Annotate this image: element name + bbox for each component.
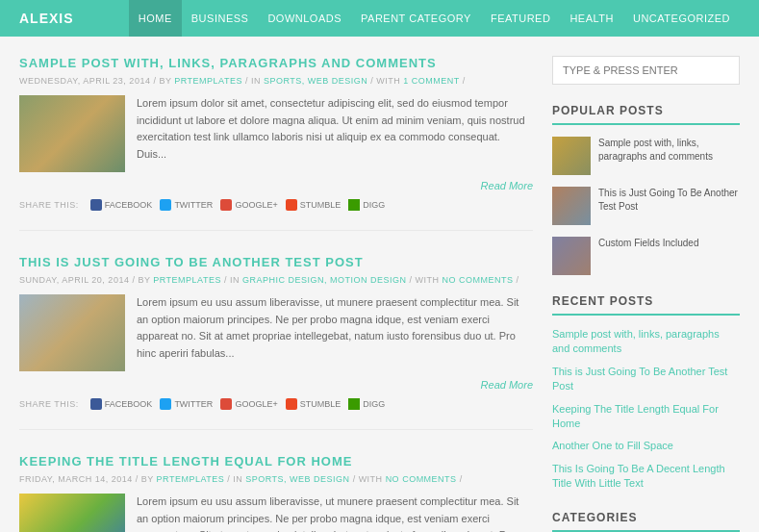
post-title[interactable]: THIS IS JUST GOING TO BE ANOTHER TEST PO… [19, 255, 533, 269]
share-label: SHARE THIS: [19, 200, 79, 210]
stumble-icon [286, 199, 297, 211]
post-post1: SAMPLE POST WITH, LINKS, PARAGRAPHS AND … [19, 56, 533, 231]
twitter-icon [160, 199, 171, 211]
site-title: ALEXIS [19, 11, 74, 26]
categories-section: CATEGORIES Graphic Design (3) [552, 511, 740, 532]
post-title[interactable]: SAMPLE POST WITH, LINKS, PARAGRAPHS AND … [19, 56, 533, 70]
post-meta: FRIDAY, MARCH 14, 2014 / BY PRTEMPLATES … [19, 474, 533, 484]
read-more: Read More [19, 180, 533, 191]
popular-thumb [552, 137, 591, 175]
post-excerpt: Lorem ipsum eu usu assum liberavisse, ut… [137, 494, 533, 532]
post-author[interactable]: PRTEMPLATES [174, 76, 242, 86]
digg-icon [348, 199, 360, 211]
popular-post-0: Sample post with, links, paragraphs and … [552, 137, 740, 175]
popular-post-title[interactable]: Custom Fields Included [598, 237, 699, 250]
post-post3: KEEPING THE TITLE LENGTH EQUAL FOR HOME … [19, 454, 533, 532]
facebook-icon [90, 398, 102, 410]
stumble-share[interactable]: STUMBLE [286, 199, 342, 211]
popular-post-title[interactable]: Sample post with, links, paragraphs and … [598, 137, 740, 164]
post-content: Lorem ipsum eu usu assum liberavisse, ut… [19, 294, 533, 371]
post-title[interactable]: KEEPING THE TITLE LENGTH EQUAL FOR HOME [19, 454, 533, 469]
categories-title: CATEGORIES [552, 511, 740, 532]
nav-item-featured[interactable]: FEATURED [481, 0, 560, 37]
twitter-icon [160, 398, 171, 410]
popular-post-2: Custom Fields Included [552, 237, 740, 275]
post-meta: SUNDAY, APRIL 20, 2014 / BY PRTEMPLATES … [19, 275, 533, 285]
nav-item-parent-category[interactable]: PARENT CATEGORY [351, 0, 481, 37]
googleplus-share[interactable]: GOOGLE+ [220, 398, 277, 410]
read-more: Read More [19, 379, 533, 391]
nav-item-uncategorized[interactable]: UNCATEGORIZED [623, 0, 740, 37]
post-author[interactable]: PRTEMPLATES [153, 275, 221, 285]
facebook-share[interactable]: FACEBOOK [90, 398, 153, 410]
site-header: ALEXIS HOMEBUSINESSDOWNLOADSPARENT CATEG… [0, 0, 759, 37]
digg-icon [348, 398, 360, 410]
recent-post-1[interactable]: This is Just Going To Be Another Test Po… [552, 365, 740, 394]
facebook-share[interactable]: FACEBOOK [90, 199, 153, 211]
popular-post-1: This is Just Going To Be Another Test Po… [552, 187, 740, 225]
post-thumbnail [19, 494, 125, 532]
nav-item-home[interactable]: HOME [129, 0, 182, 37]
recent-posts-section: RECENT POSTS Sample post with, links, pa… [552, 294, 740, 492]
post-comments[interactable]: 1 COMMENT [403, 76, 459, 86]
read-more-link[interactable]: Read More [481, 379, 533, 391]
recent-posts-title: RECENT POSTS [552, 294, 740, 316]
digg-share[interactable]: DIGG [348, 199, 385, 211]
post-excerpt: Lorem ipsum dolor sit amet, consectetur … [137, 95, 533, 172]
popular-posts-section: POPULAR POSTS Sample post with, links, p… [552, 104, 740, 275]
recent-post-2[interactable]: Keeping The Title Length Equal For Home [552, 402, 740, 432]
stumble-share[interactable]: STUMBLE [286, 398, 342, 410]
popular-thumb [552, 187, 591, 225]
nav-item-downloads[interactable]: DOWNLOADS [258, 0, 351, 37]
main-nav: HOMEBUSINESSDOWNLOADSPARENT CATEGORYFEAT… [129, 0, 740, 37]
post-excerpt: Lorem ipsum eu usu assum liberavisse, ut… [137, 294, 533, 371]
sidebar: POPULAR POSTS Sample post with, links, p… [552, 56, 740, 532]
recent-post-0[interactable]: Sample post with, links, paragraphs and … [552, 327, 740, 357]
share-bar: SHARE THIS: FACEBOOK TWITTER GOOGLE+ STU… [19, 398, 533, 410]
read-more-link[interactable]: Read More [481, 180, 533, 191]
post-categories[interactable]: SPORTS, WEB DESIGN [264, 76, 367, 86]
googleplus-share[interactable]: GOOGLE+ [220, 199, 277, 211]
twitter-share[interactable]: TWITTER [160, 398, 213, 410]
stumble-icon [286, 398, 297, 410]
main-content: SAMPLE POST WITH, LINKS, PARAGRAPHS AND … [19, 56, 533, 532]
post-thumbnail [19, 294, 125, 371]
post-comments[interactable]: NO COMMENTS [386, 474, 457, 484]
share-label: SHARE THIS: [19, 399, 79, 409]
popular-post-title[interactable]: This is Just Going To Be Another Test Po… [598, 187, 740, 214]
post-meta: WEDNESDAY, APRIL 23, 2014 / BY PRTEMPLAT… [19, 76, 533, 86]
search-input[interactable] [552, 56, 740, 85]
popular-posts-title: POPULAR POSTS [552, 104, 740, 125]
post-content: Lorem ipsum eu usu assum liberavisse, ut… [19, 494, 533, 532]
share-bar: SHARE THIS: FACEBOOK TWITTER GOOGLE+ STU… [19, 199, 533, 211]
nav-item-health[interactable]: HEALTH [560, 0, 623, 37]
digg-share[interactable]: DIGG [348, 398, 385, 410]
post-thumbnail [19, 95, 125, 172]
googleplus-icon [220, 199, 232, 211]
recent-post-4[interactable]: This Is Going To Be A Decent Length Titl… [552, 462, 740, 492]
post-categories[interactable]: SPORTS, WEB DESIGN [245, 474, 349, 484]
post-categories[interactable]: GRAPHIC DESIGN, MOTION DESIGN [242, 275, 407, 285]
popular-thumb [552, 237, 591, 275]
nav-item-business[interactable]: BUSINESS [182, 0, 259, 37]
googleplus-icon [220, 398, 232, 410]
post-comments[interactable]: NO COMMENTS [442, 275, 513, 285]
twitter-share[interactable]: TWITTER [160, 199, 213, 211]
facebook-icon [90, 199, 102, 211]
post-author[interactable]: PRTEMPLATES [157, 474, 225, 484]
recent-post-3[interactable]: Another One to Fill Space [552, 439, 740, 453]
post-post2: THIS IS JUST GOING TO BE ANOTHER TEST PO… [19, 255, 533, 430]
post-content: Lorem ipsum dolor sit amet, consectetur … [19, 95, 533, 172]
